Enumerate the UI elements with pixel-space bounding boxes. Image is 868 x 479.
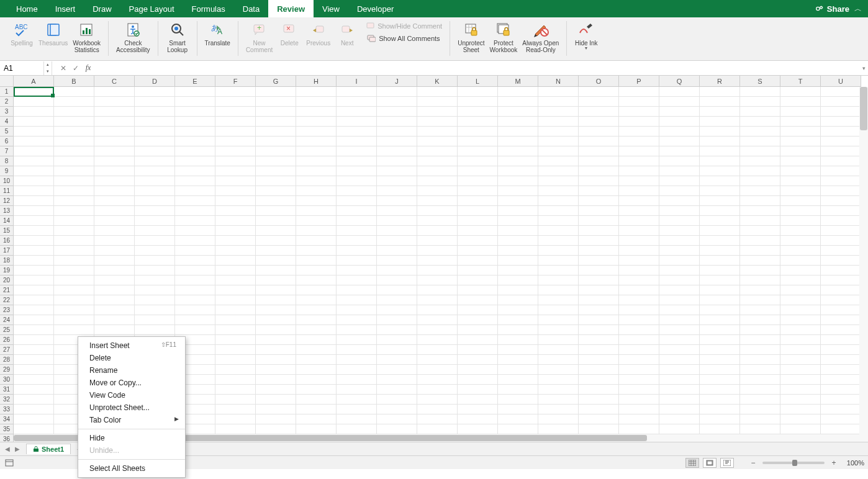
cell[interactable]	[175, 246, 215, 256]
cell[interactable]	[579, 206, 619, 216]
cell[interactable]	[780, 117, 821, 127]
row-header-29[interactable]: 29	[0, 365, 14, 375]
cell[interactable]	[659, 87, 700, 97]
cell[interactable]	[700, 226, 740, 236]
cell[interactable]	[54, 315, 94, 325]
cell[interactable]	[780, 395, 821, 405]
cell[interactable]	[215, 256, 256, 266]
cell[interactable]	[94, 275, 135, 285]
cell[interactable]	[700, 107, 740, 117]
cell[interactable]	[821, 325, 861, 335]
cell[interactable]	[256, 107, 296, 117]
cell[interactable]	[14, 137, 54, 146]
row-header-11[interactable]: 11	[0, 186, 14, 196]
cell[interactable]	[14, 216, 54, 226]
tab-developer[interactable]: Developer	[348, 0, 402, 17]
column-header-M[interactable]: M	[498, 76, 538, 87]
cell[interactable]	[700, 236, 740, 246]
cell[interactable]	[337, 176, 377, 186]
cell[interactable]	[54, 216, 94, 226]
cell[interactable]	[296, 117, 337, 127]
cell[interactable]	[94, 176, 135, 186]
cell[interactable]	[54, 196, 94, 206]
row-header-8[interactable]: 8	[0, 156, 14, 166]
ctx-view-code[interactable]: View Code	[78, 389, 185, 401]
cell[interactable]	[215, 345, 256, 355]
cell[interactable]	[417, 206, 458, 216]
cell[interactable]	[54, 87, 94, 97]
cell[interactable]	[377, 156, 417, 166]
cell[interactable]	[54, 146, 94, 156]
cell[interactable]	[417, 256, 458, 266]
row-header-23[interactable]: 23	[0, 305, 14, 315]
cell[interactable]	[296, 285, 337, 295]
cell[interactable]	[579, 385, 619, 395]
cell[interactable]	[135, 275, 175, 285]
cell[interactable]	[135, 87, 175, 97]
cell[interactable]	[780, 107, 821, 117]
cell[interactable]	[700, 266, 740, 275]
cell[interactable]	[700, 156, 740, 166]
cell[interactable]	[14, 405, 54, 414]
cell[interactable]	[659, 275, 700, 285]
cell[interactable]	[538, 395, 579, 405]
cell[interactable]	[498, 236, 538, 246]
cell[interactable]	[740, 246, 780, 256]
cell[interactable]	[14, 196, 54, 206]
column-header-J[interactable]: J	[377, 76, 417, 87]
cell[interactable]	[417, 127, 458, 137]
cell[interactable]	[619, 186, 659, 196]
cell[interactable]	[135, 226, 175, 236]
cell[interactable]	[337, 256, 377, 266]
cell[interactable]	[821, 127, 861, 137]
cell[interactable]	[458, 137, 498, 146]
cell[interactable]	[377, 216, 417, 226]
row-header-6[interactable]: 6	[0, 137, 14, 146]
cell[interactable]	[296, 226, 337, 236]
cell[interactable]	[579, 315, 619, 325]
ctx-select-all-sheets[interactable]: Select All Sheets	[78, 462, 185, 475]
page-layout-view-button[interactable]	[703, 458, 717, 468]
cell[interactable]	[458, 345, 498, 355]
cell[interactable]	[54, 325, 94, 335]
collapse-ribbon-icon[interactable]: ︿	[854, 4, 862, 14]
row-header-27[interactable]: 27	[0, 345, 14, 355]
cell[interactable]	[780, 176, 821, 186]
cell[interactable]	[619, 395, 659, 405]
cell[interactable]	[14, 176, 54, 186]
cell[interactable]	[256, 266, 296, 275]
cell[interactable]	[215, 166, 256, 176]
cell[interactable]	[498, 355, 538, 365]
cell[interactable]	[579, 166, 619, 176]
cell[interactable]	[780, 405, 821, 414]
cell[interactable]	[377, 325, 417, 335]
cell[interactable]	[417, 315, 458, 325]
cell[interactable]	[458, 355, 498, 365]
cell[interactable]	[619, 146, 659, 156]
cell[interactable]	[175, 107, 215, 117]
cell[interactable]	[337, 266, 377, 275]
cell[interactable]	[659, 97, 700, 107]
cell[interactable]	[659, 305, 700, 315]
cell[interactable]	[94, 305, 135, 315]
cell[interactable]	[740, 127, 780, 137]
column-header-T[interactable]: T	[780, 76, 821, 87]
cell[interactable]	[700, 137, 740, 146]
cell[interactable]	[538, 186, 579, 196]
cancel-formula-icon[interactable]: ✕	[57, 64, 70, 73]
select-all-corner[interactable]	[0, 76, 14, 87]
name-box-stepper[interactable]: ▴▾	[43, 61, 52, 75]
spelling-button[interactable]: ABC Spelling	[7, 20, 36, 48]
row-header-4[interactable]: 4	[0, 117, 14, 127]
cell[interactable]	[215, 107, 256, 117]
cell[interactable]	[619, 156, 659, 166]
cell[interactable]	[417, 137, 458, 146]
cell[interactable]	[700, 345, 740, 355]
cell[interactable]	[659, 216, 700, 226]
cell[interactable]	[296, 107, 337, 117]
cell[interactable]	[538, 246, 579, 256]
cell[interactable]	[256, 405, 296, 414]
cell[interactable]	[14, 315, 54, 325]
cell[interactable]	[458, 127, 498, 137]
cell[interactable]	[135, 137, 175, 146]
